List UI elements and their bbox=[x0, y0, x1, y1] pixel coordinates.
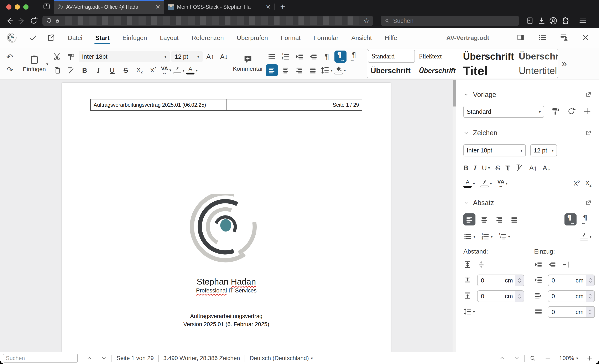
bold-button[interactable]: B bbox=[79, 64, 91, 76]
shrink-font-button[interactable]: A↓ bbox=[543, 165, 551, 171]
word-count[interactable]: 3.490 Wörter, 28.386 Zeichen bbox=[163, 355, 240, 362]
copy-button[interactable] bbox=[51, 64, 63, 76]
lock-icon[interactable] bbox=[54, 18, 60, 24]
menu-format[interactable]: Format bbox=[280, 31, 301, 45]
previous-page-icon[interactable] bbox=[499, 355, 505, 361]
close-document-icon[interactable] bbox=[581, 33, 590, 43]
numbered-list-button[interactable]: 123 bbox=[280, 51, 291, 62]
style-ueberschrift-1[interactable]: Überschrift bbox=[460, 49, 515, 63]
paste-dropdown-caret[interactable]: ▾ bbox=[46, 62, 48, 66]
rtl-direction-button[interactable]: ¶← bbox=[580, 213, 591, 225]
shadow-button[interactable]: T bbox=[505, 165, 510, 171]
browser-search-input[interactable] bbox=[393, 18, 515, 24]
sidebar-panel-icon[interactable] bbox=[525, 16, 535, 26]
forward-icon[interactable] bbox=[17, 16, 27, 26]
open-panel-icon[interactable] bbox=[585, 200, 591, 206]
vorlage-section-header[interactable]: Vorlage bbox=[463, 91, 591, 98]
track-changes-icon[interactable] bbox=[559, 33, 568, 43]
sidebar-toggle-icon[interactable] bbox=[516, 33, 525, 43]
browser-search-bar[interactable] bbox=[381, 16, 519, 26]
underline-control[interactable]: U▾ bbox=[482, 165, 490, 171]
subscript-button[interactable]: X2 bbox=[585, 179, 591, 188]
find-input[interactable] bbox=[3, 354, 78, 363]
rtl-direction-button[interactable]: ¶← bbox=[348, 51, 360, 62]
bullet-list-control[interactable]: ▾ bbox=[463, 232, 476, 241]
next-page-icon[interactable] bbox=[513, 355, 520, 361]
open-panel-icon[interactable] bbox=[585, 130, 591, 136]
spinner-steppers[interactable] bbox=[515, 291, 524, 302]
spinner-steppers[interactable] bbox=[586, 307, 594, 317]
style-ueberschrift-3[interactable]: Überschrift bbox=[367, 63, 415, 78]
page-count[interactable]: Seite 1 von 29 bbox=[116, 355, 154, 362]
align-center-button[interactable] bbox=[478, 213, 490, 225]
superscript-button[interactable]: X2 bbox=[574, 180, 580, 187]
font-size-combo[interactable]: 12 pt ▾ bbox=[171, 51, 203, 62]
update-style-paint-icon[interactable] bbox=[551, 107, 560, 116]
style-ueberschrift-2[interactable]: Überschrift bbox=[515, 49, 558, 63]
font-color-control[interactable]: A▾ bbox=[463, 179, 475, 188]
shrink-font-button[interactable]: A↓ bbox=[218, 51, 230, 62]
zoom-level-control[interactable]: 100% ▾ bbox=[559, 355, 578, 362]
clear-formatting-button[interactable] bbox=[65, 64, 77, 76]
open-panel-icon[interactable] bbox=[585, 91, 591, 98]
menu-ueberpruefen[interactable]: Überprüfen bbox=[236, 31, 268, 45]
decrease-indent-icon[interactable] bbox=[548, 260, 556, 270]
ltr-direction-button[interactable]: ¶→ bbox=[335, 51, 346, 62]
tab-overview-icon[interactable] bbox=[42, 2, 51, 12]
document-scrollbar[interactable] bbox=[453, 80, 456, 352]
indent-before-spinner[interactable]: 0 cm bbox=[548, 275, 595, 286]
char-spacing-control[interactable]: VA↔▾ bbox=[497, 179, 508, 187]
outline-list-icon[interactable] bbox=[538, 33, 546, 43]
menu-start[interactable]: Start bbox=[95, 31, 110, 45]
zoom-out-icon[interactable] bbox=[545, 355, 551, 361]
sidebar-font-name-combo[interactable]: Inter 18pt ▾ bbox=[463, 144, 526, 156]
zeichen-section-header[interactable]: Zeichen bbox=[463, 129, 591, 137]
paste-button[interactable]: Einfügen ▾ bbox=[19, 50, 50, 77]
space-below-spinner[interactable]: 0 cm bbox=[477, 290, 524, 302]
increase-indent-button[interactable] bbox=[293, 51, 305, 62]
new-style-plus-icon[interactable] bbox=[583, 107, 591, 116]
grow-font-button[interactable]: A↑ bbox=[204, 51, 216, 62]
style-fliesstext[interactable]: Fließtext bbox=[415, 49, 460, 63]
account-icon[interactable] bbox=[548, 16, 558, 26]
paragraph-style-combo[interactable]: Standard ▾ bbox=[463, 106, 544, 118]
undo-button[interactable]: ↶ bbox=[4, 51, 16, 63]
space-above-spinner[interactable]: 0 cm bbox=[477, 275, 524, 286]
menu-ansicht[interactable]: Ansicht bbox=[351, 31, 372, 45]
italic-button[interactable]: I bbox=[92, 64, 104, 76]
justify-button[interactable] bbox=[307, 64, 319, 76]
menu-hilfe[interactable]: Hilfe bbox=[384, 31, 398, 45]
back-icon[interactable] bbox=[5, 16, 15, 26]
sidebar-font-size-combo[interactable]: 12 pt ▾ bbox=[530, 144, 557, 156]
style-untertitel[interactable]: Untertitel bbox=[515, 63, 558, 78]
downloads-icon[interactable] bbox=[537, 16, 546, 26]
decrease-spacing-icon[interactable] bbox=[477, 260, 485, 270]
menu-referenzen[interactable]: Referenzen bbox=[191, 31, 224, 45]
bullet-list-button[interactable] bbox=[266, 51, 278, 62]
align-left-button[interactable] bbox=[463, 213, 476, 225]
underline-button[interactable]: U bbox=[106, 64, 118, 76]
align-left-button[interactable] bbox=[266, 64, 278, 76]
menu-einfuegen[interactable]: Einfügen bbox=[122, 31, 147, 45]
cut-button[interactable] bbox=[51, 51, 63, 62]
close-tab-icon[interactable]: ✕ bbox=[156, 4, 160, 10]
highlight-color-control[interactable]: ▾ bbox=[480, 179, 492, 187]
char-spacing-control[interactable]: VA↔ ▾ bbox=[161, 66, 171, 74]
comment-button[interactable]: Kommentar bbox=[231, 50, 264, 77]
align-center-button[interactable] bbox=[280, 64, 291, 76]
sync-style-icon[interactable] bbox=[567, 107, 576, 116]
font-name-combo[interactable]: Inter 18pt ▾ bbox=[79, 51, 170, 62]
open-in-new-icon[interactable] bbox=[47, 34, 55, 42]
close-tab-icon[interactable]: ✕ bbox=[266, 4, 271, 10]
menu-layout[interactable]: Layout bbox=[159, 31, 179, 45]
menu-formular[interactable]: Formular bbox=[313, 31, 339, 45]
line-spacing-control[interactable]: ▾ bbox=[463, 307, 475, 316]
hanging-indent-icon[interactable] bbox=[562, 260, 570, 270]
grow-font-button[interactable]: A↑ bbox=[529, 165, 537, 171]
align-right-button[interactable] bbox=[293, 64, 305, 76]
redo-button[interactable]: ↷ bbox=[4, 64, 16, 76]
menu-datei[interactable]: Datei bbox=[67, 31, 83, 45]
justify-button[interactable] bbox=[508, 213, 520, 225]
toolbar-expand-chevron[interactable]: » bbox=[562, 58, 567, 69]
style-ueberschrift-4[interactable]: Überschrift bbox=[415, 63, 460, 78]
